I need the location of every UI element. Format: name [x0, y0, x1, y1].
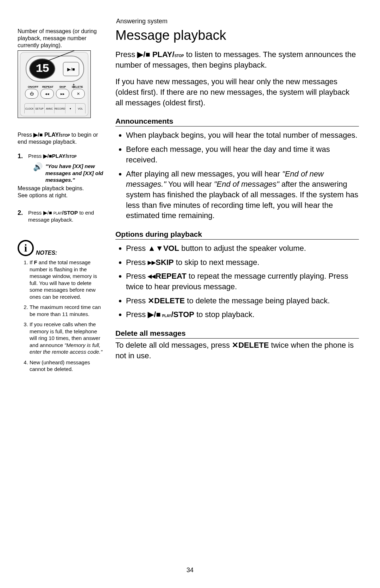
btn-label-delete: DELETE — [70, 85, 85, 88]
figure-caption: Number of messages (or during playback, … — [18, 28, 106, 49]
section-options: Options during playback — [115, 230, 359, 240]
delete-icon: ✕ — [148, 296, 154, 305]
intro-paragraph-2: If you have new messages, you will hear … — [115, 76, 359, 108]
list-item: After playing all new messages, you will… — [126, 169, 359, 221]
step-number: 2. — [18, 209, 25, 223]
btn-label-onoff: ON/OFF — [26, 85, 40, 88]
btn-label-vol: VOL — [76, 104, 85, 113]
info-icon: i — [18, 240, 34, 256]
manual-page: Answering system Number of messages (or … — [0, 0, 380, 588]
step-1: 1. Press ▶/■PLAY/stop — [18, 153, 106, 160]
list-item: Press ◂◂REPEAT to repeat the message cur… — [126, 271, 359, 292]
notes-heading: i NOTES: — [18, 240, 106, 256]
vol-icon: ▲▼ — [148, 244, 163, 253]
list-item: When playback begins, you will hear the … — [126, 130, 359, 141]
play-stop-icon: ▶/■ — [33, 132, 43, 138]
pointer-line-icon — [18, 51, 90, 72]
step-number: 1. — [18, 153, 25, 160]
section-announcements: Announcements — [115, 117, 359, 126]
sidebar-column: Number of messages (or during playback, … — [18, 28, 106, 376]
list-item: Press ▲▼VOL button to adjust the speaker… — [126, 243, 359, 254]
play-stop-icon: ▶/■ — [43, 153, 52, 159]
step-note: Message playback begins. See options at … — [18, 185, 106, 200]
note-item: New (unheard) messages cannot be deleted… — [30, 359, 106, 373]
btn-vol-down-icon: ▼ — [65, 104, 75, 113]
device-illustration: 15 ▶/■ ↑ ON/OFF REPEAT SKIP DELETE ⏻ ◂◂ … — [18, 50, 91, 118]
btn-label-skip: SKIP — [55, 85, 70, 88]
delete-all-paragraph: To delete all old messages, press ✕DELET… — [115, 340, 359, 361]
speaker-icon: 🔊 — [33, 162, 43, 184]
svg-line-0 — [39, 51, 80, 64]
page-number: 34 — [0, 567, 380, 574]
note-item: The maximum record time can be more than… — [30, 304, 106, 317]
btn-label-record: RECORD — [55, 104, 65, 113]
press-instruction: Press ▶/■ PLAY/stop to begin or end mess… — [18, 131, 106, 146]
btn-label-repeat: REPEAT — [40, 85, 55, 88]
section-header: Answering system — [116, 18, 359, 25]
repeat-icon: ◂◂ — [148, 272, 156, 280]
announcements-list: When playback begins, you will hear the … — [115, 130, 359, 221]
list-item: Press ✕DELETE to delete the message bein… — [126, 296, 359, 306]
step-2: 2. Press ▶/■ play/STOP to end message pl… — [18, 209, 106, 223]
forward-button-icon: ▸▸ — [56, 89, 69, 99]
intro-paragraph: Press ▶/■ PLAY/stop to listen to message… — [115, 49, 359, 70]
power-button-icon: ⏻ — [25, 89, 38, 99]
page-title: Message playback — [115, 28, 359, 43]
note-item: If you receive calls when the memory is … — [30, 321, 106, 355]
play-stop-icon: ▶/■ — [43, 210, 52, 216]
main-column: Message playback Press ▶/■ PLAY/stop to … — [115, 28, 359, 376]
section-delete-all: Delete all messages — [115, 329, 359, 339]
voice-prompt: 🔊 "You have [XX] new messages and [XX] o… — [18, 163, 106, 184]
note-item: If F and the total message number is fla… — [30, 259, 106, 300]
play-stop-icon: ▶/■ — [137, 50, 150, 59]
btn-label-clock: CLOCK — [25, 104, 34, 113]
delete-icon: ✕ — [232, 341, 238, 349]
rewind-button-icon: ◂◂ — [40, 89, 54, 99]
options-list: Press ▲▼VOL button to adjust the speaker… — [115, 243, 359, 320]
list-item: Before each message, you will hear the d… — [126, 144, 359, 165]
btn-label-annc: ANNC — [45, 104, 55, 113]
list-item: Press ▶/■ play/STOP to stop playback. — [126, 309, 359, 320]
notes-list: If F and the total message number is fla… — [18, 259, 106, 373]
btn-label-setup: SETUP — [34, 104, 44, 113]
skip-fwd-icon: ▸▸ — [148, 258, 156, 267]
play-stop-icon: ▶/■ — [148, 310, 160, 319]
delete-button-icon: ✕ — [71, 89, 85, 99]
list-item: Press ▸▸SKIP to skip to next message. — [126, 257, 359, 268]
